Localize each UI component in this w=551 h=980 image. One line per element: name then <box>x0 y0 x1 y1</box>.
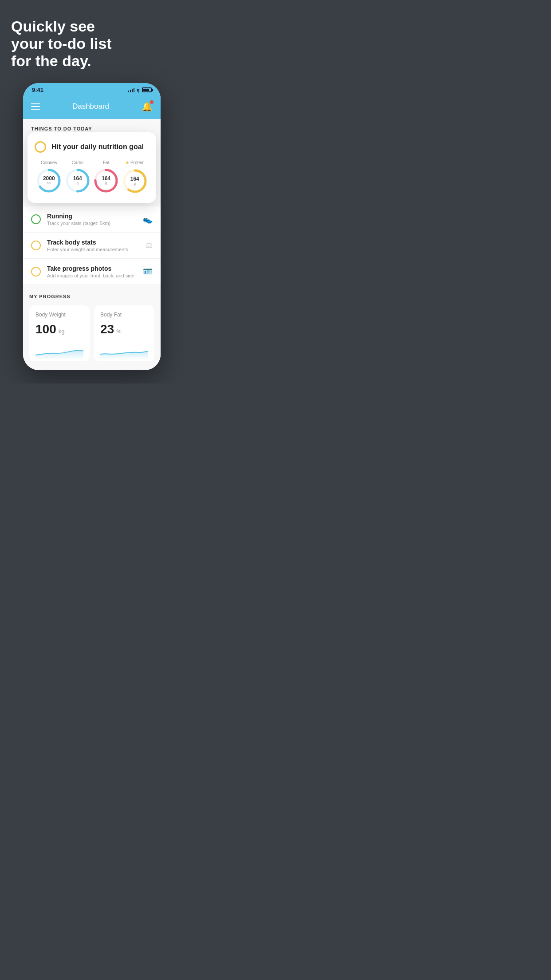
nutrition-carbs: Carbs 164 g <box>65 160 91 194</box>
background-page: Quickly see your to-do list for the day.… <box>0 0 184 383</box>
body-fat-card[interactable]: Body Fat 23 % <box>94 305 154 361</box>
running-text: Running Track your stats (target: 5km) <box>47 213 143 226</box>
running-icon: 👟 <box>143 214 153 224</box>
fat-unit: g <box>102 182 110 186</box>
calories-label: Calories <box>41 160 57 165</box>
carbs-ring: 164 g <box>65 168 91 194</box>
photos-subtitle: Add images of your front, back, and side <box>47 273 143 278</box>
fat-label: Fat <box>103 160 109 165</box>
running-check-circle <box>31 214 41 224</box>
todo-item-body-stats[interactable]: Track body stats Enter your weight and m… <box>23 233 161 259</box>
body-weight-label: Body Weight <box>35 312 83 318</box>
nutrition-grid: Calories 2000 cal <box>35 160 149 194</box>
scale-icon: ⚖ <box>146 241 153 250</box>
wifi-icon: 𝛈 <box>137 87 140 93</box>
body-fat-chart <box>100 342 148 360</box>
body-stats-check-circle <box>31 241 41 250</box>
progress-section: MY PROGRESS Body Weight 100 kg <box>23 285 161 370</box>
star-icon: ★ <box>125 160 130 166</box>
hamburger-line <box>31 103 40 104</box>
todo-item-photos[interactable]: Take progress photos Add images of your … <box>23 259 161 285</box>
protein-label: ★ Protein <box>125 160 145 166</box>
protein-ring: 164 g <box>122 168 148 194</box>
body-weight-unit: kg <box>59 328 65 335</box>
menu-button[interactable] <box>31 103 40 110</box>
todo-list: Running Track your stats (target: 5km) 👟… <box>23 206 161 285</box>
app-header: Dashboard 🔔 <box>23 96 161 119</box>
notification-dot <box>150 100 153 104</box>
body-weight-number: 100 <box>35 322 56 336</box>
body-stats-subtitle: Enter your weight and measurements <box>47 247 146 252</box>
photos-text: Take progress photos Add images of your … <box>47 265 143 278</box>
header-title: Dashboard <box>72 102 109 111</box>
photo-icon: 🪪 <box>143 267 153 277</box>
carbs-unit: g <box>73 182 82 186</box>
protein-unit: g <box>130 182 139 186</box>
status-icons: 𝛈 <box>128 87 152 93</box>
phone-mockup: 9:41 𝛈 Dashboard <box>23 83 161 370</box>
nutrition-card: Hit your daily nutrition goal Calories <box>28 132 156 203</box>
headline-line2: your to-do list <box>11 35 112 52</box>
todo-item-running[interactable]: Running Track your stats (target: 5km) 👟 <box>23 206 161 233</box>
body-stats-title: Track body stats <box>47 239 146 246</box>
carbs-label: Carbs <box>71 160 83 165</box>
headline-line3: for the day. <box>11 52 91 69</box>
calories-ring: 2000 cal <box>36 168 62 194</box>
photos-check-circle <box>31 267 41 277</box>
progress-section-title: MY PROGRESS <box>29 294 154 299</box>
running-title: Running <box>47 213 143 220</box>
content-area: THINGS TO DO TODAY Hit your daily nutrit… <box>23 119 161 370</box>
nutrition-protein: ★ Protein 164 g <box>122 160 148 194</box>
nutrition-card-title: Hit your daily nutrition goal <box>51 143 144 151</box>
body-fat-number: 23 <box>100 322 114 336</box>
headline: Quickly see your to-do list for the day. <box>11 18 175 70</box>
battery-icon <box>142 87 152 92</box>
nutrition-calories: Calories 2000 cal <box>36 160 62 194</box>
status-time: 9:41 <box>32 87 43 93</box>
body-fat-value-container: 23 % <box>100 322 148 336</box>
card-header: Hit your daily nutrition goal <box>35 141 149 153</box>
body-weight-value-container: 100 kg <box>35 322 83 336</box>
body-fat-label: Body Fat <box>100 312 148 318</box>
body-weight-card[interactable]: Body Weight 100 kg <box>29 305 90 361</box>
body-weight-chart <box>35 342 83 360</box>
nutrition-check-circle[interactable] <box>35 141 46 153</box>
notification-bell[interactable]: 🔔 <box>142 101 153 112</box>
fat-ring: 164 g <box>93 168 119 194</box>
nutrition-fat: Fat 164 g <box>93 160 119 194</box>
running-subtitle: Track your stats (target: 5km) <box>47 221 143 226</box>
headline-line1: Quickly see <box>11 18 95 35</box>
body-stats-text: Track body stats Enter your weight and m… <box>47 239 146 252</box>
signal-icon <box>128 88 135 92</box>
hamburger-line <box>31 109 40 110</box>
progress-cards: Body Weight 100 kg <box>29 305 154 361</box>
body-fat-unit: % <box>116 328 122 335</box>
hamburger-line <box>31 106 40 107</box>
status-bar: 9:41 𝛈 <box>23 83 161 96</box>
calories-unit: cal <box>43 182 55 186</box>
photos-title: Take progress photos <box>47 265 143 272</box>
